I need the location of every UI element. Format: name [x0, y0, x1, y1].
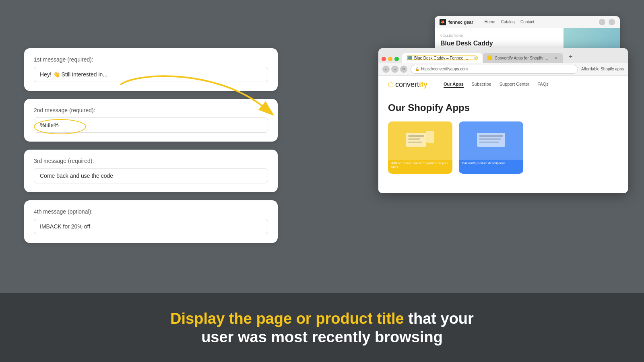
lock-icon: 🔒: [415, 67, 419, 71]
forward-button[interactable]: →: [391, 66, 398, 73]
convertify-content: ⬡ convertify Our Apps Subscribe Support …: [378, 76, 628, 193]
fennec-nav-links: Home Catalog Contact: [485, 20, 535, 24]
svg-rect-12: [408, 142, 422, 143]
app-card-2-image: [459, 121, 523, 160]
fennec-nav-home[interactable]: Home: [485, 20, 495, 24]
caption-line1: Display the page or product title that y…: [8, 309, 636, 329]
tab-convertify[interactable]: Convertify Apps for Shopify 2.0 ✕: [483, 53, 563, 63]
convertify-logo-text: convertify: [395, 80, 427, 89]
fennec-nav-contact[interactable]: Contact: [520, 20, 534, 24]
close-button[interactable]: [382, 57, 386, 61]
app-card-1-image: [388, 121, 452, 160]
msg3-label: 3rd message (required):: [34, 158, 268, 164]
convertify-header: ⬡ convertify Our Apps Subscribe Support …: [378, 76, 628, 94]
address-bar[interactable]: 🔒 https://convertifyapps.com: [411, 65, 578, 74]
new-tab-button[interactable]: +: [566, 51, 576, 62]
caption-line2: user was most recently browsing: [8, 329, 636, 346]
convertify-browser: Blue Desk Caddy – Fennec Gear ✕ Converti…: [378, 48, 628, 193]
maximize-button[interactable]: [394, 57, 399, 61]
browser-nav-bar: ← → ↻ 🔒 https://convertifyapps.com Affor…: [378, 63, 628, 76]
browser-tabs-bar: Blue Desk Caddy – Fennec Gear ✕ Converti…: [378, 48, 628, 63]
message-card-3: 3rd message (required):: [24, 150, 278, 192]
affordable-label: Affordable Shopify apps: [581, 67, 624, 71]
msg2-label: 2nd message (required):: [34, 107, 268, 113]
nav-support[interactable]: Support Center: [500, 82, 530, 88]
svg-rect-17: [479, 142, 499, 143]
nav-our-apps[interactable]: Our Apps: [444, 82, 464, 88]
top-section: 1st message (required): 2nd message (req…: [0, 0, 644, 293]
refresh-button[interactable]: ↻: [400, 66, 407, 73]
msg3-input[interactable]: [34, 168, 268, 183]
bottom-caption: Display the page or product title that y…: [0, 293, 644, 362]
product-title: Blue Desk Caddy: [440, 40, 558, 47]
msg1-label: 1st message (required):: [34, 56, 268, 63]
cart-icon[interactable]: [609, 19, 615, 25]
msg4-label: 4th message (optional):: [34, 208, 268, 215]
msg2-input[interactable]: [34, 117, 268, 133]
app-card-2[interactable]: Full width product descriptions: [459, 121, 523, 174]
fennec-icons: [599, 19, 615, 25]
apps-grid: Add or remove space anywhere on your sto…: [388, 121, 618, 174]
convertify-logo-icon: ⬡: [388, 81, 394, 88]
app-card-1-svg: [404, 129, 436, 153]
convertify-logo: ⬡ convertify: [388, 80, 427, 89]
product-breadcrumb: COLLECTIONS: [440, 34, 558, 37]
fennec-favicon: [407, 56, 412, 60]
app-card-1-desc: Add or remove space anywhere on your sto…: [388, 160, 452, 170]
nav-controls: ← → ↻: [382, 66, 407, 73]
caption-highlight: Display the page or product title: [170, 310, 404, 327]
tab-fennec-label: Blue Desk Caddy – Fennec Gear: [414, 56, 469, 60]
tab-convertify-label: Convertify Apps for Shopify 2.0: [495, 56, 549, 60]
messages-panel: 1st message (required): 2nd message (req…: [24, 16, 278, 243]
message-card-1: 1st message (required):: [24, 48, 278, 91]
main-container: 1st message (required): 2nd message (req…: [0, 0, 644, 362]
svg-rect-16: [479, 138, 501, 140]
app-card-2-desc: Full width product descriptions: [459, 160, 523, 167]
svg-rect-15: [479, 135, 503, 137]
app-card-1[interactable]: Add or remove space anywhere on your sto…: [388, 121, 452, 174]
fennec-store-name: fennec gear: [448, 20, 473, 25]
svg-rect-11: [408, 138, 420, 140]
fennec-nav-bar: 🦊 fennec gear Home Catalog Contact: [435, 16, 620, 28]
nav-faq[interactable]: FAQs: [537, 82, 549, 88]
tab-fennec-close[interactable]: ✕: [474, 56, 477, 60]
convertify-favicon: [487, 56, 492, 60]
fennec-nav-catalog[interactable]: Catalog: [501, 20, 514, 24]
caption-line1-rest: that your: [404, 310, 474, 327]
fennec-logo: 🦊 fennec gear: [440, 19, 473, 25]
convertify-body: Our Shopify Apps: [378, 94, 628, 193]
svg-rect-10: [408, 135, 424, 137]
message-card-4: 4th message (optional):: [24, 200, 278, 243]
search-icon[interactable]: [599, 19, 605, 25]
tab-convertify-close[interactable]: ✕: [554, 56, 557, 60]
nav-subscribe[interactable]: Subscribe: [472, 82, 491, 88]
traffic-lights: [382, 57, 399, 61]
address-text: https://convertifyapps.com: [421, 67, 468, 71]
svg-rect-13: [426, 131, 434, 143]
message-card-2: 2nd message (required):: [24, 99, 278, 142]
back-button[interactable]: ←: [382, 66, 390, 73]
convertify-page-title: Our Shopify Apps: [388, 102, 618, 113]
app-card-2-svg: [475, 129, 507, 153]
msg4-input[interactable]: [34, 219, 268, 234]
tab-fennec[interactable]: Blue Desk Caddy – Fennec Gear ✕: [402, 53, 483, 63]
convertify-nav: Our Apps Subscribe Support Center FAQs: [444, 82, 549, 88]
msg1-input[interactable]: [34, 67, 268, 82]
minimize-button[interactable]: [388, 57, 392, 61]
fennec-logo-icon: 🦊: [440, 19, 446, 25]
